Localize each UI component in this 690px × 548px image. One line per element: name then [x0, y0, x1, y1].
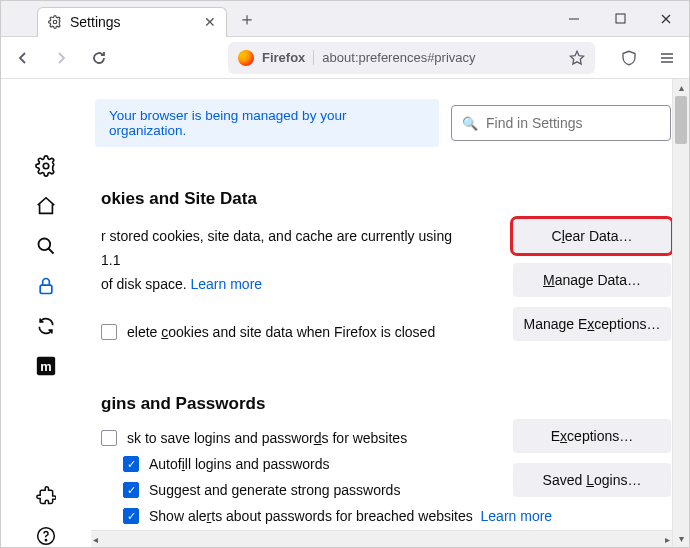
settings-sidebar: m [1, 79, 91, 547]
browser-tab-settings[interactable]: Settings ✕ [37, 7, 227, 37]
sidebar-more-icon[interactable]: m [35, 355, 57, 377]
settings-search-input[interactable]: 🔍 Find in Settings [451, 105, 671, 141]
pocket-icon[interactable] [615, 44, 643, 72]
suggest-passwords-checkbox[interactable]: ✓ [123, 482, 139, 498]
sidebar-search-icon[interactable] [35, 235, 57, 257]
nav-toolbar: Firefox about:preferences#privacy [1, 37, 689, 79]
suggest-passwords-label: Suggest and generate strong passwords [149, 482, 400, 498]
svg-marker-5 [570, 51, 583, 64]
ask-save-logins-checkbox[interactable] [101, 430, 117, 446]
clear-data-button[interactable]: Clear Data… [513, 219, 671, 253]
search-icon: 🔍 [462, 116, 478, 131]
cookies-learn-more-link[interactable]: Learn more [191, 276, 263, 292]
svg-point-16 [45, 540, 46, 541]
manage-data-button[interactable]: Manage Data… [513, 263, 671, 297]
svg-text:m: m [40, 359, 51, 374]
cookies-button-column: Clear Data… Manage Data… Manage Exceptio… [513, 219, 671, 341]
settings-content: m Your browser is being managed by your … [1, 79, 689, 547]
forward-button[interactable] [47, 44, 75, 72]
svg-rect-2 [616, 14, 625, 23]
sidebar-extensions-icon[interactable] [35, 485, 57, 507]
ask-save-logins-label: sk to save logins and passwords for webs… [127, 430, 407, 446]
autofill-label: Autofill logins and passwords [149, 456, 330, 472]
scroll-thumb[interactable] [675, 96, 687, 144]
identity-label: Firefox [262, 50, 314, 65]
delete-cookies-label: elete cookies and site data when Firefox… [127, 324, 435, 340]
tab-close-icon[interactable]: ✕ [204, 14, 216, 30]
vertical-scrollbar[interactable]: ▴ ▾ [672, 79, 689, 547]
breach-learn-more-link[interactable]: Learn more [481, 508, 553, 524]
url-bar[interactable]: Firefox about:preferences#privacy [228, 42, 595, 74]
sidebar-privacy-icon[interactable] [35, 275, 57, 297]
svg-point-9 [43, 163, 49, 169]
cookies-heading: okies and Site Data [101, 189, 671, 209]
manage-exceptions-button[interactable]: Manage Exceptions… [513, 307, 671, 341]
svg-line-11 [49, 249, 54, 254]
settings-main: Your browser is being managed by your or… [91, 79, 689, 547]
sidebar-home-icon[interactable] [35, 195, 57, 217]
minimize-button[interactable] [551, 1, 597, 37]
svg-point-0 [53, 20, 57, 24]
saved-logins-button[interactable]: Saved Logins… [513, 463, 671, 497]
horizontal-scrollbar[interactable]: ◂ ▸ [91, 530, 672, 547]
app-menu-button[interactable] [653, 44, 681, 72]
close-window-button[interactable] [643, 1, 689, 37]
breach-alerts-checkbox[interactable]: ✓ [123, 508, 139, 524]
org-managed-banner[interactable]: Your browser is being managed by your or… [95, 99, 439, 147]
sidebar-general-icon[interactable] [35, 155, 57, 177]
window-controls [551, 1, 689, 37]
scroll-up-icon[interactable]: ▴ [673, 79, 689, 96]
delete-cookies-checkbox[interactable] [101, 324, 117, 340]
scroll-down-icon[interactable]: ▾ [673, 530, 689, 547]
titlebar: Settings ✕ ＋ [1, 1, 689, 37]
svg-rect-12 [40, 285, 52, 293]
sidebar-help-icon[interactable] [35, 525, 57, 547]
url-text: about:preferences#privacy [322, 50, 561, 65]
cookies-description: r stored cookies, site data, and cache a… [101, 225, 461, 296]
bookmark-star-icon[interactable] [569, 50, 585, 66]
logins-heading: gins and Passwords [101, 394, 671, 414]
autofill-checkbox[interactable]: ✓ [123, 456, 139, 472]
scroll-right-icon[interactable]: ▸ [665, 534, 670, 545]
reload-button[interactable] [85, 44, 113, 72]
back-button[interactable] [9, 44, 37, 72]
new-tab-button[interactable]: ＋ [233, 5, 261, 33]
breach-alerts-label: Show alerts about passwords for breached… [149, 508, 552, 524]
gear-icon [48, 15, 62, 29]
sidebar-sync-icon[interactable] [35, 315, 57, 337]
logins-exceptions-button[interactable]: Exceptions… [513, 419, 671, 453]
tab-title: Settings [70, 14, 121, 30]
svg-point-10 [39, 239, 51, 251]
firefox-icon [238, 50, 254, 66]
logins-button-column: Exceptions… Saved Logins… [513, 419, 671, 497]
search-placeholder: Find in Settings [486, 115, 583, 131]
scroll-left-icon[interactable]: ◂ [93, 534, 98, 545]
maximize-button[interactable] [597, 1, 643, 37]
